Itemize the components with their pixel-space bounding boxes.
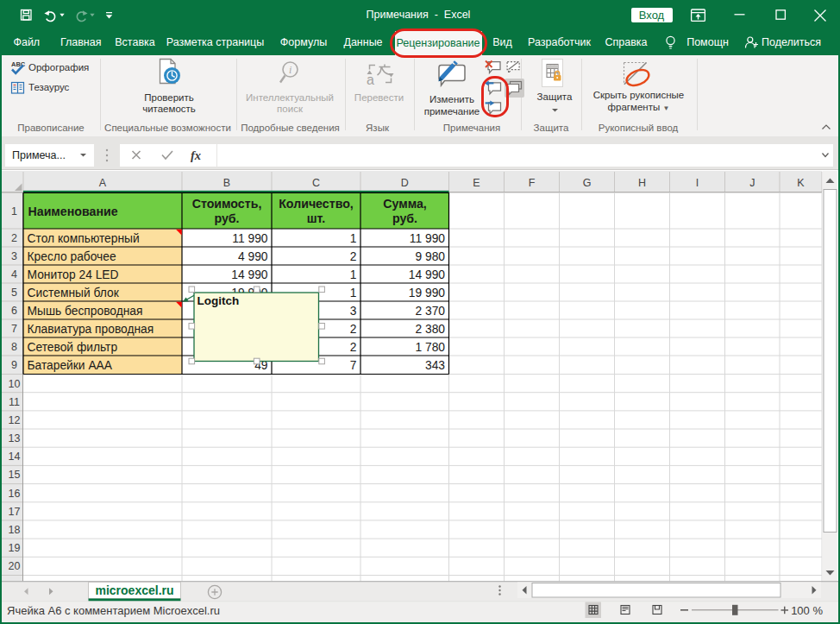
svg-text:1: 1 bbox=[11, 205, 17, 217]
svg-text:2: 2 bbox=[350, 341, 357, 354]
svg-text:2 380: 2 380 bbox=[415, 323, 445, 336]
svg-text:E: E bbox=[473, 177, 480, 189]
svg-text:F: F bbox=[529, 177, 536, 189]
svg-text:Logitch: Logitch bbox=[197, 294, 240, 307]
svg-text:19: 19 bbox=[9, 542, 21, 554]
svg-text:Ячейка A6 с комментарием Micro: Ячейка A6 с комментарием Microexcel.ru bbox=[7, 604, 220, 617]
svg-text:12: 12 bbox=[9, 414, 21, 426]
svg-text:Сумма,: Сумма, bbox=[383, 197, 427, 211]
svg-text:2: 2 bbox=[11, 232, 17, 244]
svg-text:H: H bbox=[638, 177, 646, 189]
svg-text:2: 2 bbox=[350, 323, 357, 336]
svg-text:3: 3 bbox=[11, 250, 17, 262]
svg-text:100 %: 100 % bbox=[791, 604, 823, 617]
svg-text:2: 2 bbox=[350, 250, 357, 263]
svg-text:Стоимость,: Стоимость, bbox=[192, 197, 262, 211]
svg-text:15: 15 bbox=[9, 469, 21, 481]
svg-text:ABC: ABC bbox=[11, 60, 26, 68]
svg-text:343: 343 bbox=[425, 359, 445, 372]
svg-text:9: 9 bbox=[11, 359, 17, 371]
svg-text:16: 16 bbox=[9, 488, 21, 500]
svg-text:18: 18 bbox=[9, 524, 21, 536]
svg-text:8: 8 bbox=[11, 341, 17, 353]
svg-text:Клавиатура проводная: Клавиатура проводная bbox=[28, 323, 154, 336]
svg-text:2 370: 2 370 bbox=[415, 305, 445, 318]
svg-text:11 990: 11 990 bbox=[410, 232, 446, 245]
svg-text:20: 20 bbox=[9, 560, 21, 572]
svg-text:A: A bbox=[99, 177, 107, 189]
svg-text:i: i bbox=[289, 64, 291, 76]
svg-text:9 980: 9 980 bbox=[415, 250, 445, 263]
svg-text:1: 1 bbox=[350, 268, 357, 281]
svg-text:Монитор 24 LED: Монитор 24 LED bbox=[28, 268, 119, 281]
svg-text:14 990: 14 990 bbox=[231, 268, 268, 281]
svg-text:3: 3 bbox=[350, 305, 357, 318]
svg-text:17: 17 bbox=[9, 506, 21, 518]
svg-text:Мышь беспроводная: Мышь беспроводная bbox=[28, 305, 143, 318]
svg-text:Количество,: Количество, bbox=[279, 197, 354, 211]
svg-text:D: D bbox=[401, 177, 409, 189]
svg-text:1 780: 1 780 bbox=[415, 341, 445, 354]
svg-text:а: а bbox=[367, 72, 374, 87]
svg-text:14 990: 14 990 bbox=[409, 268, 446, 281]
svg-text:Стол компьютерный: Стол компьютерный bbox=[28, 232, 140, 245]
svg-text:5: 5 bbox=[11, 287, 17, 299]
svg-text:4: 4 bbox=[11, 268, 17, 280]
svg-text:шт.: шт. bbox=[307, 211, 325, 225]
svg-text:Системный блок: Системный блок bbox=[28, 287, 120, 299]
svg-text:1: 1 bbox=[350, 287, 357, 299]
svg-text:19 990: 19 990 bbox=[409, 287, 446, 299]
svg-text:Наименование: Наименование bbox=[28, 205, 118, 218]
svg-text:Сетевой фильтр: Сетевой фильтр bbox=[28, 341, 118, 354]
svg-text:11 990: 11 990 bbox=[232, 232, 268, 245]
svg-text:I: I bbox=[696, 177, 699, 189]
svg-text:4 990: 4 990 bbox=[238, 250, 268, 263]
svg-text:J: J bbox=[749, 177, 755, 189]
svg-text:Кресло рабочее: Кресло рабочее bbox=[28, 250, 116, 263]
svg-text:13: 13 bbox=[9, 432, 21, 444]
svg-text:Батарейки ААА: Батарейки ААА bbox=[28, 359, 113, 372]
svg-text:1: 1 bbox=[350, 232, 357, 245]
svg-text:K: K bbox=[797, 177, 805, 189]
svg-text:10: 10 bbox=[9, 378, 21, 390]
svg-text:B: B bbox=[223, 177, 230, 189]
svg-text:G: G bbox=[583, 177, 592, 189]
svg-text:7: 7 bbox=[11, 323, 17, 335]
svg-text:11: 11 bbox=[9, 396, 20, 408]
svg-text:14: 14 bbox=[9, 451, 21, 463]
svg-text:6: 6 bbox=[11, 305, 17, 317]
svg-text:fx: fx bbox=[191, 148, 201, 162]
svg-text:руб.: руб. bbox=[392, 211, 417, 225]
svg-text:7: 7 bbox=[350, 359, 357, 372]
svg-text:microexcel.ru: microexcel.ru bbox=[95, 583, 173, 597]
svg-text:руб.: руб. bbox=[214, 211, 239, 225]
svg-text:C: C bbox=[312, 177, 320, 189]
